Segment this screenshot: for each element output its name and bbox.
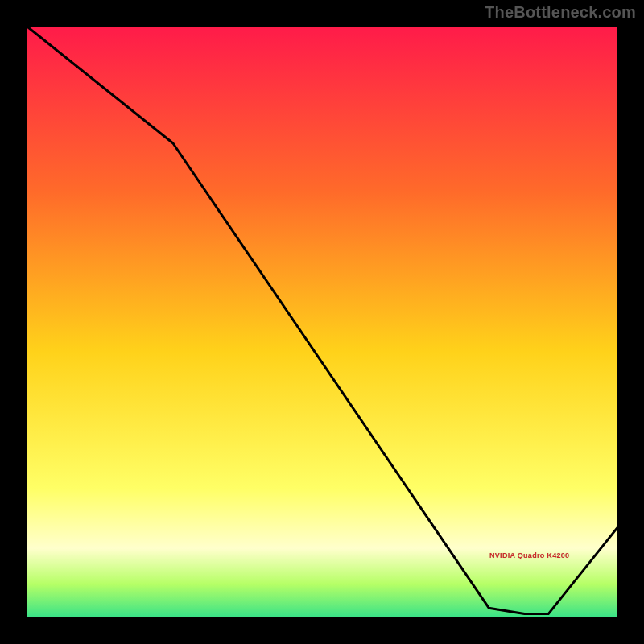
watermark-text: TheBottleneck.com <box>485 3 636 22</box>
chart-stage: TheBottleneck.com NVIDIA Quadro K4200 <box>0 0 644 644</box>
gpu-annotation: NVIDIA Quadro K4200 <box>489 551 569 559</box>
plot-border <box>24 24 620 620</box>
